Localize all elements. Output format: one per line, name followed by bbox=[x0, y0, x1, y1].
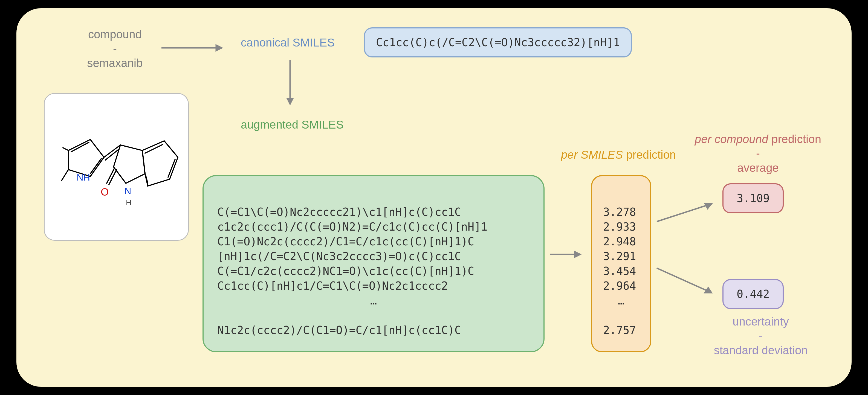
atom-h: H bbox=[126, 198, 131, 207]
svg-line-1 bbox=[71, 142, 89, 152]
molecule-structure: NH O N H bbox=[44, 93, 189, 241]
svg-marker-17 bbox=[287, 98, 293, 104]
pred-ellipsis: … bbox=[603, 293, 639, 308]
svg-line-22 bbox=[657, 268, 711, 293]
pred-value: 3.278 bbox=[603, 206, 636, 218]
aug-row: C(=C1\C(=O)Nc2ccccc21)\c1[nH]c(C)cc1C bbox=[217, 206, 461, 218]
aug-row: c1c2c(ccc1)/C(C(=O)N2)=C/c1c(C)cc(C)[nH]… bbox=[217, 221, 487, 233]
aug-row: [nH]1c(/C=C2\C(Nc3c2cccc3)=O)c(C)cc1C bbox=[217, 250, 461, 263]
canonical-smiles-label: canonical SMILES bbox=[241, 36, 335, 50]
svg-marker-23 bbox=[705, 288, 711, 293]
per-compound-prediction-label: per compound prediction - average bbox=[690, 118, 827, 175]
augmented-smiles-label: augmented SMILES bbox=[241, 118, 344, 132]
svg-line-4 bbox=[62, 170, 68, 180]
arrow-compound-to-canonical bbox=[159, 40, 230, 56]
per-smiles-prediction-label: per SMILES prediction bbox=[561, 148, 676, 162]
pred-value: 2.933 bbox=[603, 221, 636, 233]
svg-marker-19 bbox=[575, 252, 580, 257]
pred-value: 2.948 bbox=[603, 235, 636, 248]
pred-value: 3.454 bbox=[603, 265, 636, 277]
canonical-smiles-box: Cc1cc(C)c(/C=C2\C(=O)Nc3ccccc32)[nH]1 bbox=[364, 27, 632, 58]
aug-row: N1c2c(cccc2)/C(C1=O)=C/c1[nH]c(cc1C)C bbox=[217, 324, 461, 336]
arrow-canonical-to-augmented bbox=[282, 58, 298, 112]
std-value-box: 0.442 bbox=[722, 279, 784, 309]
pred-value: 2.757 bbox=[603, 324, 636, 336]
atom-o: O bbox=[101, 186, 109, 198]
aug-row: C(=C1/c2c(cccc2)NC1=O)\c1c(cc(C)[nH]1)C bbox=[217, 265, 474, 277]
svg-line-3 bbox=[63, 148, 68, 151]
compound-label: compound - semaxanib bbox=[71, 27, 159, 71]
svg-marker-21 bbox=[705, 203, 711, 208]
svg-marker-10 bbox=[142, 141, 178, 186]
svg-marker-15 bbox=[216, 45, 222, 51]
svg-marker-0 bbox=[68, 139, 104, 176]
atom-nh: NH bbox=[76, 172, 90, 183]
diagram-canvas: compound - semaxanib bbox=[17, 8, 851, 387]
uncertainty-label: uncertainty - standard deviation bbox=[698, 315, 824, 358]
svg-line-20 bbox=[657, 204, 711, 222]
augmented-smiles-box: C(=C1\C(=O)Nc2ccccc21)\c1[nH]c(C)cc1C c1… bbox=[203, 175, 545, 352]
svg-line-2 bbox=[90, 159, 101, 174]
average-value-box: 3.109 bbox=[722, 183, 784, 213]
svg-marker-7 bbox=[114, 145, 145, 183]
pred-value: 2.964 bbox=[603, 279, 636, 292]
per-smiles-predictions-box: 3.278 2.933 2.948 3.291 3.454 2.964 … 2.… bbox=[591, 175, 651, 352]
arrow-augmented-to-predictions bbox=[547, 246, 588, 263]
pred-value: 3.291 bbox=[603, 250, 636, 263]
atom-n: N bbox=[125, 186, 131, 196]
arrow-to-std bbox=[654, 265, 720, 298]
aug-ellipsis: … bbox=[217, 293, 530, 308]
aug-row: C1(=O)Nc2c(cccc2)/C1=C/c1c(cc(C)[nH]1)C bbox=[217, 235, 474, 248]
arrow-to-average bbox=[654, 200, 720, 224]
aug-row: Cc1cc(C)[nH]c1/C=C1\C(=O)Nc2c1cccc2 bbox=[217, 279, 448, 292]
molecule-svg: NH O N H bbox=[49, 98, 183, 235]
